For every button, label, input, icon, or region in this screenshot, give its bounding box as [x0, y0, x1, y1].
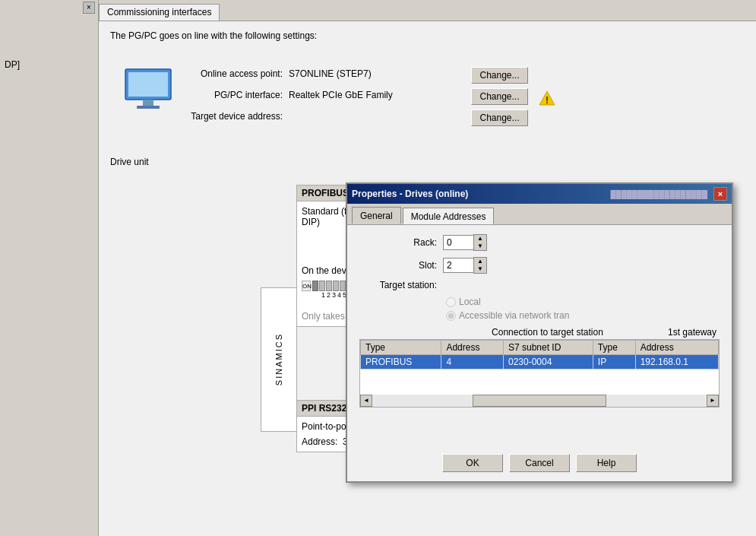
col-subnet-id: S7 subnet ID	[503, 341, 593, 355]
rack-down-btn[interactable]: ▼	[474, 243, 486, 250]
svg-rect-1	[128, 72, 168, 97]
ok-button[interactable]: OK	[442, 454, 503, 472]
dialog-title: Properties - Drives (online)	[352, 189, 610, 199]
horizontal-scrollbar[interactable]: ◄ ►	[360, 395, 719, 407]
slot-up-btn[interactable]: ▲	[474, 258, 486, 265]
row-gw-type: IP	[593, 355, 635, 369]
slot-row: Slot: ▲ ▼	[359, 257, 720, 274]
rack-spinner: ▲ ▼	[443, 234, 487, 251]
svg-rect-2	[143, 100, 153, 106]
pgpc-interface-row: PG/PC interface: Realtek PCIe GbE Family	[190, 90, 393, 100]
table-row[interactable]: PROFIBUS 4 0230-0004 IP 192.168.0.1	[361, 355, 719, 369]
rack-row: Rack: ▲ ▼	[359, 234, 720, 251]
slot-spinner: ▲ ▼	[443, 257, 487, 274]
row-type: PROFIBUS	[361, 355, 441, 369]
table-header-row: Type Address S7 subnet ID Type Address	[361, 341, 719, 355]
rack-label: Rack:	[359, 237, 443, 248]
conn-header-right: 1st gateway	[649, 327, 720, 338]
dialog-titlebar: Properties - Drives (online) ███████████…	[347, 184, 732, 204]
scroll-left-btn[interactable]: ◄	[360, 395, 372, 407]
sidebar-label: DP]	[5, 59, 20, 70]
col-address: Address	[441, 341, 504, 355]
connection-table-area: Type Address S7 subnet ID Type Address P…	[359, 339, 720, 408]
slot-label: Slot:	[359, 260, 443, 271]
sidebar-close-btn[interactable]: ×	[83, 2, 95, 14]
sinamics-vertical-label: SINAMICS	[261, 287, 297, 432]
target-station-label-row: Target station:	[359, 280, 720, 290]
warning-icon: !	[538, 90, 556, 110]
online-access-label: Online access point:	[190, 68, 289, 79]
radio-local-label: Local	[459, 297, 481, 307]
change-btn-2[interactable]: Change...	[471, 88, 528, 105]
slot-spinner-btns: ▲ ▼	[473, 257, 487, 274]
rack-input[interactable]	[443, 235, 473, 250]
svg-rect-3	[137, 106, 160, 109]
pgpc-interface-value: Realtek PCIe GbE Family	[289, 90, 393, 100]
description-text: The PG/PC goes on line with the followin…	[110, 30, 317, 41]
drive-unit-label: Drive unit	[110, 157, 149, 167]
dialog-buttons: OK Cancel Help	[347, 454, 732, 472]
help-button[interactable]: Help	[576, 454, 637, 472]
radio-local-row: Local	[446, 297, 720, 307]
slot-input[interactable]	[443, 258, 473, 273]
change-btn-3[interactable]: Change...	[471, 109, 528, 126]
tab-module-addresses[interactable]: Module Addresses	[403, 208, 495, 224]
change-btn-1[interactable]: Change...	[471, 67, 528, 84]
target-station-section: Target station: Local Accessible via net…	[359, 280, 720, 321]
target-device-label: Target device address:	[190, 111, 289, 122]
online-access-value: S7ONLINE (STEP7)	[289, 68, 372, 79]
pgpc-interface-label: PG/PC interface:	[190, 90, 289, 100]
rack-up-btn[interactable]: ▲	[474, 235, 486, 243]
online-access-row: Online access point: S7ONLINE (STEP7)	[190, 68, 372, 79]
cancel-button[interactable]: Cancel	[509, 454, 570, 472]
tab-general[interactable]: General	[352, 207, 401, 224]
slot-down-btn[interactable]: ▼	[474, 265, 486, 273]
scroll-right-btn[interactable]: ►	[707, 395, 719, 407]
commissioning-tab[interactable]: Commissioning interfaces	[99, 4, 220, 21]
conn-header-center: Connection to target station	[446, 327, 649, 338]
radio-network-input[interactable]	[446, 311, 456, 321]
tab-bar: Commissioning interfaces	[99, 0, 756, 21]
dialog-close-btn[interactable]: ×	[713, 187, 727, 201]
sidebar: × DP]	[0, 0, 99, 536]
radio-network-row: Accessible via network tran	[446, 310, 720, 321]
scroll-track[interactable]	[372, 395, 707, 407]
connection-table: Type Address S7 subnet ID Type Address P…	[360, 340, 719, 369]
row-gw-address: 192.168.0.1	[635, 355, 718, 369]
dialog-content: Rack: ▲ ▼ Slot: ▲ ▼ Targe	[347, 225, 732, 417]
target-device-row: Target device address:	[190, 111, 289, 122]
col-gw-type: Type	[593, 341, 635, 355]
dialog-tab-bar: General Module Addresses	[347, 204, 732, 225]
scroll-thumb[interactable]	[473, 395, 606, 407]
svg-text:!: !	[546, 95, 549, 106]
computer-icon	[122, 63, 175, 116]
rack-spinner-btns: ▲ ▼	[473, 234, 487, 251]
col-type: Type	[361, 341, 441, 355]
connection-headers: Connection to target station 1st gateway	[359, 327, 720, 338]
connection-section: Connection to target station 1st gateway…	[359, 327, 720, 408]
row-address: 4	[441, 355, 504, 369]
target-station-label: Target station:	[359, 280, 443, 290]
dialog-title-blurred: ██████████████████	[610, 190, 707, 198]
radio-network-label: Accessible via network tran	[459, 310, 569, 321]
row-subnet-id: 0230-0004	[503, 355, 593, 369]
radio-local-input[interactable]	[446, 297, 456, 307]
col-gw-address: Address	[635, 341, 718, 355]
properties-dialog: Properties - Drives (online) ███████████…	[346, 182, 733, 483]
